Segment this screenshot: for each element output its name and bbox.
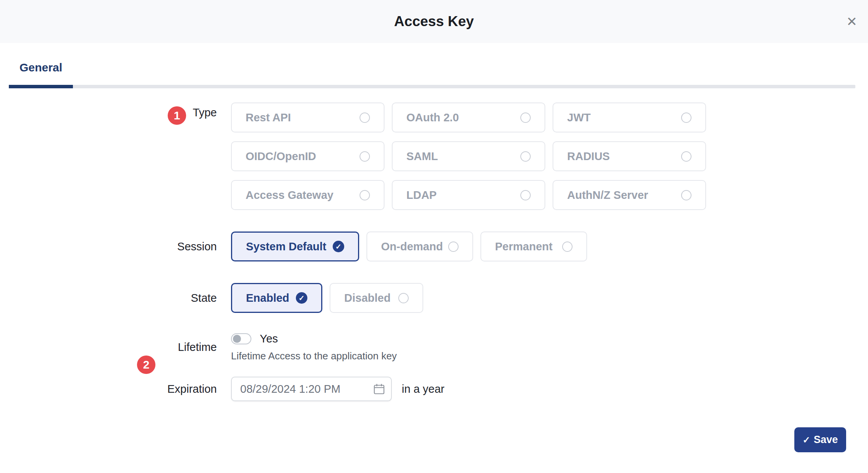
check-circle-icon: ✓ bbox=[333, 241, 344, 252]
type-option-oidc-openid[interactable]: OIDC/OpenID bbox=[231, 141, 384, 171]
radio-icon bbox=[520, 190, 531, 200]
type-label: Type bbox=[193, 106, 217, 119]
type-option-access-gateway[interactable]: Access Gateway bbox=[231, 180, 384, 210]
type-option-saml[interactable]: SAML bbox=[392, 141, 545, 171]
option-label: RADIUS bbox=[567, 150, 610, 163]
session-row: Session System Default✓On-demandPermanen… bbox=[0, 232, 868, 261]
type-option-authn-z-server[interactable]: AuthN/Z Server bbox=[553, 180, 706, 210]
modal-title: Access Key bbox=[0, 0, 868, 43]
option-label: SAML bbox=[406, 150, 438, 163]
lifetime-toggle-value: Yes bbox=[260, 332, 278, 345]
tab-general[interactable]: General bbox=[9, 61, 73, 74]
state-label-cell: State bbox=[0, 292, 217, 304]
option-label: On-demand bbox=[381, 240, 443, 253]
close-icon[interactable]: ✕ bbox=[847, 15, 858, 28]
session-label-cell: Session bbox=[0, 240, 217, 253]
save-button-label: Save bbox=[814, 434, 838, 446]
option-label: Disabled bbox=[344, 292, 391, 304]
state-option-disabled[interactable]: Disabled bbox=[330, 283, 423, 313]
expiration-hint: in a year bbox=[402, 383, 444, 395]
access-key-form: 1 Type Rest APIOAuth 2.0JWTOIDC/OpenIDSA… bbox=[0, 103, 868, 401]
session-label: Session bbox=[177, 240, 217, 253]
type-option-radius[interactable]: RADIUS bbox=[553, 141, 706, 171]
radio-icon bbox=[520, 151, 531, 162]
session-option-permanent[interactable]: Permanent bbox=[480, 232, 587, 261]
type-options-grid: Rest APIOAuth 2.0JWTOIDC/OpenIDSAMLRADIU… bbox=[231, 103, 706, 210]
type-option-jwt[interactable]: JWT bbox=[553, 103, 706, 132]
radio-icon bbox=[681, 151, 691, 162]
radio-icon bbox=[681, 112, 691, 123]
modal-header: Access Key ✕ bbox=[0, 0, 868, 43]
option-label: Permanent bbox=[495, 240, 553, 253]
expiration-control: in a year bbox=[231, 377, 444, 401]
radio-icon bbox=[448, 241, 459, 252]
option-label: OIDC/OpenID bbox=[246, 150, 316, 163]
option-label: System Default bbox=[246, 240, 327, 253]
option-label: Access Gateway bbox=[246, 189, 333, 202]
session-option-on-demand[interactable]: On-demand bbox=[366, 232, 473, 261]
radio-icon bbox=[681, 190, 691, 200]
check-circle-icon: ✓ bbox=[296, 292, 307, 304]
lifetime-control: Yes Lifetime Access to the application k… bbox=[231, 332, 397, 362]
state-option-enabled[interactable]: Enabled✓ bbox=[231, 283, 322, 313]
option-label: Enabled bbox=[246, 292, 289, 304]
session-option-system-default[interactable]: System Default✓ bbox=[231, 232, 359, 261]
option-label: OAuth 2.0 bbox=[406, 111, 459, 124]
type-row: 1 Type Rest APIOAuth 2.0JWTOIDC/OpenIDSA… bbox=[0, 103, 868, 210]
type-option-oauth-2-0[interactable]: OAuth 2.0 bbox=[392, 103, 545, 132]
state-options: Enabled✓Disabled bbox=[231, 283, 423, 313]
expiration-label-cell: Expiration bbox=[0, 383, 217, 395]
calendar-icon[interactable] bbox=[373, 383, 385, 395]
toggle-knob bbox=[233, 335, 241, 343]
lifetime-row: Lifetime Yes Lifetime Access to the appl… bbox=[0, 332, 868, 362]
annotation-badge-1: 1 bbox=[168, 106, 186, 125]
lifetime-label: Lifetime bbox=[178, 341, 217, 354]
session-options: System Default✓On-demandPermanent bbox=[231, 232, 587, 261]
lifetime-help-text: Lifetime Access to the application key bbox=[231, 350, 397, 362]
expiration-date-input[interactable] bbox=[231, 377, 392, 401]
radio-icon bbox=[398, 293, 409, 303]
tab-bar: General bbox=[9, 61, 855, 88]
radio-icon bbox=[562, 241, 573, 252]
tab-track bbox=[9, 85, 855, 88]
lifetime-label-cell: Lifetime bbox=[0, 341, 217, 354]
state-label: State bbox=[191, 292, 217, 304]
radio-icon bbox=[520, 112, 531, 123]
option-label: JWT bbox=[567, 111, 591, 124]
option-label: Rest API bbox=[246, 111, 291, 124]
save-button[interactable]: ✓ Save bbox=[794, 427, 846, 452]
radio-icon bbox=[360, 190, 370, 200]
type-option-ldap[interactable]: LDAP bbox=[392, 180, 545, 210]
check-icon: ✓ bbox=[802, 435, 810, 445]
option-label: LDAP bbox=[406, 189, 437, 202]
tab-active-indicator bbox=[9, 85, 73, 88]
option-label: AuthN/Z Server bbox=[567, 189, 648, 202]
lifetime-toggle[interactable] bbox=[231, 333, 251, 344]
radio-icon bbox=[360, 112, 370, 123]
type-option-rest-api[interactable]: Rest API bbox=[231, 103, 384, 132]
expiration-label: Expiration bbox=[167, 383, 217, 395]
state-row: State Enabled✓Disabled bbox=[0, 283, 868, 313]
expiration-row: Expiration in a year bbox=[0, 377, 868, 401]
radio-icon bbox=[360, 151, 370, 162]
type-label-cell: 1 Type bbox=[0, 103, 217, 210]
annotation-badge-2: 2 bbox=[137, 356, 155, 374]
